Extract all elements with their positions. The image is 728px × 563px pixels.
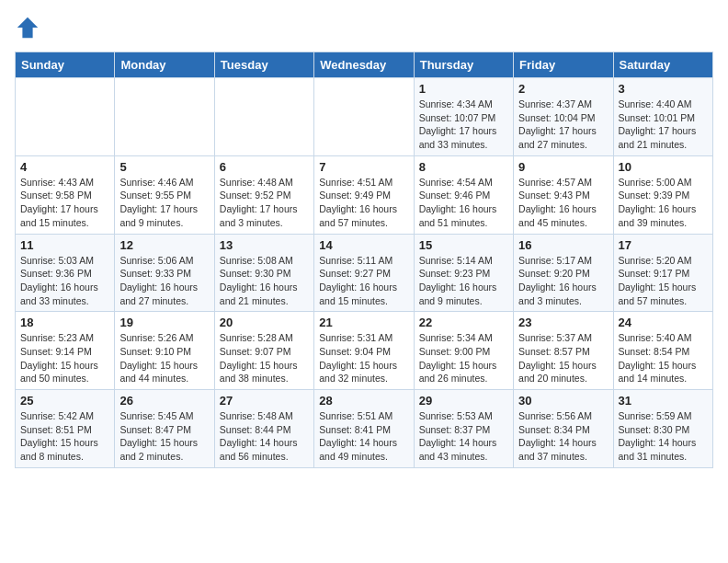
day-content-line: Sunset: 8:30 PM [619,424,690,435]
day-content-line: Sunset: 8:54 PM [619,346,690,357]
day-content-line: Sunset: 9:46 PM [419,190,491,201]
calendar-cell: 23Sunrise: 5:37 AMSunset: 8:57 PMDayligh… [514,312,613,390]
calendar-cell: 24Sunrise: 5:40 AMSunset: 8:54 PMDayligh… [613,312,712,390]
calendar-cell: 25Sunrise: 5:42 AMSunset: 8:51 PMDayligh… [16,390,115,468]
day-number: 15 [419,238,508,252]
logo-icon [15,15,40,40]
calendar-cell: 11Sunrise: 5:03 AMSunset: 9:36 PMDayligh… [16,234,115,312]
day-number: 22 [419,316,508,329]
day-content: Sunrise: 5:59 AMSunset: 8:30 PMDaylight:… [619,409,708,464]
day-content-line: Daylight: 16 hours [119,282,198,293]
calendar-cell: 19Sunrise: 5:26 AMSunset: 9:10 PMDayligh… [115,312,214,390]
day-content-line: Daylight: 16 hours [220,282,298,293]
day-content: Sunrise: 5:28 AMSunset: 9:07 PMDaylight:… [220,331,309,385]
day-header-friday: Friday [514,52,613,78]
calendar-cell: 7Sunrise: 4:51 AMSunset: 9:49 PMDaylight… [314,155,414,234]
day-content-line: and 15 minutes. [319,295,388,306]
day-number: 12 [119,238,209,252]
day-content-line: Daylight: 17 hours [20,203,98,214]
day-content-line: and 27 minutes. [518,139,587,150]
day-content: Sunrise: 5:37 AMSunset: 8:57 PMDaylight:… [518,331,608,385]
day-number: 20 [220,316,309,329]
day-content-line: Sunset: 9:55 PM [119,190,191,201]
day-content-line: Sunset: 9:30 PM [220,268,291,279]
day-content-line: Sunrise: 5:00 AM [619,177,692,188]
day-content-line: Sunrise: 4:37 AM [518,98,592,109]
day-number: 30 [518,394,608,408]
day-content-line: Daylight: 17 hours [619,125,697,136]
day-content-line: Sunset: 9:27 PM [319,268,391,279]
day-content: Sunrise: 5:03 AMSunset: 9:36 PMDaylight:… [20,254,109,308]
day-content: Sunrise: 4:34 AMSunset: 10:07 PMDaylight… [419,98,508,152]
day-content-line: Sunrise: 5:59 AM [619,410,692,421]
day-content-line: Sunrise: 5:06 AM [119,255,193,266]
day-number: 5 [119,160,209,174]
calendar-cell [16,78,115,156]
day-number: 19 [119,316,209,329]
day-content-line: Sunrise: 5:37 AM [518,332,592,343]
day-content-line: Daylight: 15 hours [20,360,98,371]
day-content: Sunrise: 4:54 AMSunset: 9:46 PMDaylight:… [419,176,508,230]
day-header-wednesday: Wednesday [314,52,414,78]
day-content-line: and 56 minutes. [220,451,289,462]
day-content-line: Sunset: 8:34 PM [518,424,590,435]
day-content-line: and 21 minutes. [619,139,688,150]
calendar-cell [115,78,214,156]
day-content-line: Sunset: 9:52 PM [220,190,291,201]
calendar-cell: 13Sunrise: 5:08 AMSunset: 9:30 PMDayligh… [214,234,313,312]
day-content-line: Daylight: 16 hours [20,282,98,293]
day-content: Sunrise: 5:06 AMSunset: 9:33 PMDaylight:… [119,254,209,308]
day-content-line: Sunrise: 5:42 AM [20,410,94,421]
day-content-line: Daylight: 14 hours [518,437,597,448]
calendar-cell: 10Sunrise: 5:00 AMSunset: 9:39 PMDayligh… [613,155,712,234]
day-number: 7 [319,160,408,174]
calendar-cell: 15Sunrise: 5:14 AMSunset: 9:23 PMDayligh… [414,234,513,312]
day-content-line: Sunset: 9:14 PM [20,346,92,357]
day-content: Sunrise: 4:57 AMSunset: 9:43 PMDaylight:… [518,176,608,230]
day-content-line: Sunrise: 5:56 AM [518,410,592,421]
day-content-line: Daylight: 16 hours [619,203,697,214]
day-header-monday: Monday [115,52,214,78]
day-content-line: Sunset: 8:44 PM [220,424,291,435]
day-content-line: Sunrise: 4:51 AM [319,177,392,188]
day-content: Sunrise: 5:56 AMSunset: 8:34 PMDaylight:… [518,409,608,464]
day-content-line: Sunrise: 4:48 AM [220,177,293,188]
day-number: 17 [619,238,708,252]
day-number: 8 [419,160,508,174]
day-content-line: Sunset: 10:01 PM [619,112,695,123]
day-content-line: and 44 minutes. [119,373,188,384]
day-content: Sunrise: 4:40 AMSunset: 10:01 PMDaylight… [619,98,708,152]
day-header-tuesday: Tuesday [214,52,313,78]
calendar-table: SundayMondayTuesdayWednesdayThursdayFrid… [15,52,713,468]
day-content-line: and 3 minutes. [518,295,582,306]
day-content-line: Sunrise: 5:34 AM [419,332,493,343]
day-content: Sunrise: 5:11 AMSunset: 9:27 PMDaylight:… [319,254,408,308]
day-content-line: Sunrise: 5:20 AM [619,255,692,266]
day-content-line: Sunrise: 5:45 AM [119,410,193,421]
day-content-line: Sunset: 9:17 PM [619,268,690,279]
day-content-line: and 37 minutes. [518,451,587,462]
calendar-cell: 18Sunrise: 5:23 AMSunset: 9:14 PMDayligh… [16,312,115,390]
day-content-line: and 20 minutes. [518,373,587,384]
day-content-line: Sunrise: 5:17 AM [518,255,592,266]
day-number: 31 [619,394,708,408]
day-content-line: Daylight: 16 hours [319,203,397,214]
day-content-line: Sunset: 8:37 PM [419,424,491,435]
day-content-line: and 15 minutes. [20,217,89,228]
day-content-line: Daylight: 14 hours [419,437,497,448]
day-content: Sunrise: 5:08 AMSunset: 9:30 PMDaylight:… [220,254,309,308]
calendar-cell: 5Sunrise: 4:46 AMSunset: 9:55 PMDaylight… [115,155,214,234]
day-content-line: Sunset: 9:07 PM [220,346,291,357]
day-content-line: and 50 minutes. [20,373,89,384]
day-number: 14 [319,238,408,252]
day-content-line: Daylight: 15 hours [619,360,697,371]
page-header [15,15,713,40]
day-number: 6 [220,160,309,174]
day-content-line: Sunrise: 5:26 AM [119,332,193,343]
day-content-line: and 9 minutes. [119,217,183,228]
day-content-line: Daylight: 15 hours [619,282,697,293]
day-content-line: Daylight: 14 hours [619,437,697,448]
day-content-line: Sunrise: 5:40 AM [619,332,692,343]
day-number: 10 [619,160,708,174]
day-content-line: Sunrise: 4:46 AM [119,177,193,188]
